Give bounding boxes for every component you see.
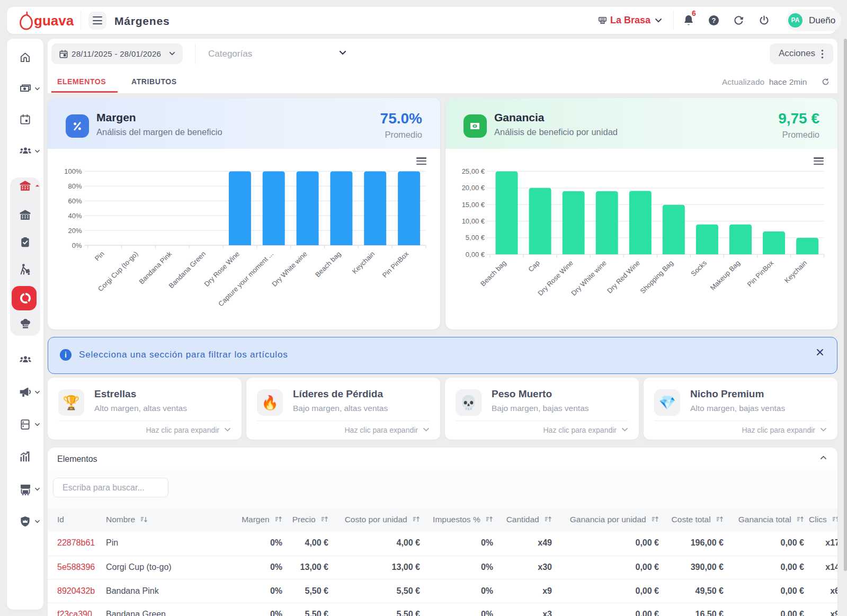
svg-text:Dry Rose Wine: Dry Rose Wine — [203, 250, 241, 288]
svg-text:Cap: Cap — [527, 259, 541, 273]
svg-text:20%: 20% — [68, 227, 82, 235]
svg-text:40%: 40% — [68, 212, 82, 220]
svg-text:Pin PinBox: Pin PinBox — [746, 258, 775, 288]
svg-text:Beach bag: Beach bag — [479, 259, 508, 288]
svg-text:Dry White wine: Dry White wine — [270, 250, 308, 288]
svg-text:15,00 €: 15,00 € — [462, 201, 485, 209]
svg-text:Bandana Pink: Bandana Pink — [137, 249, 173, 285]
svg-text:100%: 100% — [64, 167, 82, 175]
svg-text:Bandana Green: Bandana Green — [167, 250, 208, 290]
svg-text:Dry Red Wine: Dry Red Wine — [605, 259, 641, 295]
svg-text:Dry Rose Wine: Dry Rose Wine — [536, 259, 574, 297]
svg-text:5,00 €: 5,00 € — [466, 234, 485, 242]
svg-text:80%: 80% — [68, 182, 82, 190]
svg-text:Beach bag: Beach bag — [314, 250, 343, 279]
svg-text:0%: 0% — [72, 242, 82, 249]
svg-text:Socks: Socks — [689, 258, 708, 278]
svg-text:0,00 €: 0,00 € — [466, 251, 485, 258]
svg-text:Keychain: Keychain — [351, 250, 376, 275]
svg-text:Makeup Bag: Makeup Bag — [709, 259, 742, 292]
svg-text:20,00 €: 20,00 € — [462, 184, 485, 192]
svg-text:25,00 €: 25,00 € — [462, 167, 485, 175]
svg-text:Keychain: Keychain — [783, 259, 808, 284]
svg-text:10,00 €: 10,00 € — [462, 217, 485, 225]
svg-text:Dry White wine: Dry White wine — [569, 259, 608, 297]
svg-text:Capture your moment ...: Capture your moment ... — [217, 250, 275, 308]
svg-text:Pin PinBox: Pin PinBox — [381, 249, 411, 279]
svg-text:Pin: Pin — [93, 250, 106, 263]
svg-text:60%: 60% — [68, 197, 82, 205]
svg-text:Shopping Bag: Shopping Bag — [639, 259, 675, 295]
